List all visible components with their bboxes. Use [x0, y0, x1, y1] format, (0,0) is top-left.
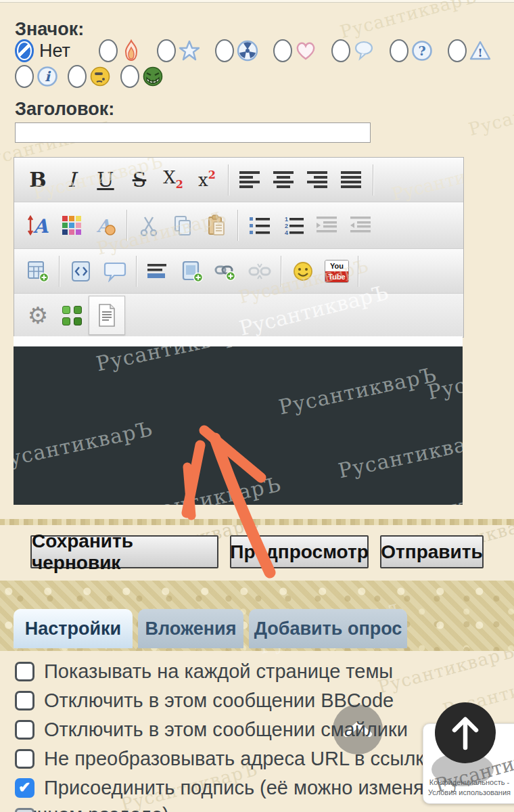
radio[interactable]: [15, 65, 34, 88]
radio[interactable]: [273, 39, 292, 62]
radio[interactable]: [331, 39, 350, 62]
editor-toolbar: РусантикварЪ РусантикварЪ РусантикварЪ Р…: [14, 157, 464, 338]
unordered-list-button[interactable]: [243, 207, 277, 244]
cut-button[interactable]: [132, 207, 166, 244]
font-color-button[interactable]: [55, 207, 89, 244]
superscript-button[interactable]: x2: [190, 162, 224, 198]
marquee-button[interactable]: [141, 253, 175, 290]
icon-option-fire[interactable]: [99, 39, 143, 63]
insert-quote-button[interactable]: [98, 253, 132, 290]
align-center-button[interactable]: [267, 162, 301, 198]
subscript-button[interactable]: X2: [156, 162, 190, 198]
toolbar-row-2: A A 124: [14, 202, 463, 249]
toolbar-separator: [136, 256, 137, 287]
tab-attachments[interactable]: Вложения: [138, 609, 243, 648]
youtube-top-label: You: [325, 261, 348, 271]
insert-table-button[interactable]: [21, 253, 55, 290]
ordered-list-button[interactable]: 124: [277, 207, 310, 244]
submit-button[interactable]: Отправить: [380, 535, 484, 568]
option-no-url-links[interactable]: Не преобразовывать адреса URL в ссылки: [15, 745, 483, 772]
icon-options-row-2: i: [15, 64, 165, 89]
icon-option-embarrassed-smiley[interactable]: [68, 64, 112, 89]
source-view-button[interactable]: [89, 296, 125, 335]
subject-input[interactable]: [15, 122, 371, 143]
preview-button[interactable]: Предпросмотр: [230, 535, 369, 568]
align-justify-button[interactable]: [335, 162, 369, 198]
checkbox[interactable]: [15, 662, 34, 681]
watermark: РусантикварЪ: [336, 426, 463, 483]
post-options-list: Показывать на каждой странице темы Отклю…: [15, 658, 483, 812]
checkbox[interactable]: [15, 691, 34, 710]
insert-smiley-button[interactable]: [286, 253, 320, 290]
scroll-to-top-button[interactable]: [435, 702, 496, 763]
option-attach-signature[interactable]: Присоединить подпись (её можно изменять …: [15, 774, 483, 812]
option-label: Отключить в этом сообщении смайлики: [44, 719, 408, 740]
post-editor-page: РусантикварЪ РусантикварЪ РусантикварЪ Р…: [0, 0, 514, 812]
insert-link-button[interactable]: [209, 253, 243, 290]
checkbox[interactable]: [15, 778, 34, 798]
icon-option-warning[interactable]: !: [448, 39, 492, 63]
radio[interactable]: [99, 39, 118, 62]
save-draft-button[interactable]: Сохранить черновик: [30, 535, 218, 568]
watermark: РусантикварЪ: [277, 363, 439, 420]
insert-youtube-button[interactable]: You Tube: [320, 253, 354, 290]
radio-selected[interactable]: [15, 39, 34, 62]
toolbar-separator: [126, 210, 128, 241]
icon-option-question[interactable]: ?: [390, 39, 434, 63]
insert-image-button[interactable]: [175, 253, 209, 290]
editor-gap: [14, 336, 463, 346]
radio[interactable]: [68, 65, 87, 88]
partial-checkbox: [15, 808, 34, 812]
icon-option-green-grin[interactable]: [120, 64, 165, 89]
unlink-button[interactable]: [243, 253, 277, 290]
bold-glyph: B: [29, 170, 46, 190]
indent-button[interactable]: [310, 207, 344, 244]
remove-format-button[interactable]: A: [89, 207, 122, 244]
align-right-button[interactable]: [301, 162, 335, 198]
paste-button[interactable]: [200, 207, 233, 244]
checkbox[interactable]: [15, 749, 34, 769]
icon-option-radiation[interactable]: [215, 39, 260, 63]
svg-text:4: 4: [285, 229, 288, 235]
toolbar-row-1: B I U S X2 x2: [14, 158, 463, 202]
align-left-button[interactable]: [233, 162, 267, 198]
font-size-button[interactable]: A: [21, 207, 55, 244]
settings-button[interactable]: ⚙: [21, 297, 55, 334]
bold-button[interactable]: B: [21, 162, 55, 198]
radio[interactable]: [120, 65, 139, 88]
strikethrough-button[interactable]: S: [122, 162, 156, 198]
maximize-button[interactable]: [55, 297, 89, 334]
watermark: РусантикварЪ: [338, 0, 479, 42]
icon-option-star[interactable]: [157, 39, 202, 63]
underline-button[interactable]: U: [89, 162, 122, 198]
tab-settings[interactable]: Настройки: [14, 609, 133, 648]
italic-glyph: I: [68, 170, 76, 190]
outdent-button[interactable]: [344, 207, 378, 244]
option-disable-smileys[interactable]: Отключить в этом сообщении смайлики: [15, 716, 483, 743]
option-show-every-page[interactable]: Показывать на каждой странице темы: [15, 658, 483, 685]
italic-button[interactable]: I: [55, 162, 89, 198]
watermark: РусантикварЪ: [121, 472, 283, 505]
privacy-badge-text[interactable]: Конфиденциальность - Условия использован…: [423, 777, 514, 798]
tab-add-poll[interactable]: Добавить опрос: [249, 609, 407, 648]
insert-code-button[interactable]: [64, 253, 98, 290]
gear-icon: ⚙: [28, 304, 48, 327]
toolbar-separator: [281, 256, 282, 287]
radio[interactable]: [157, 39, 176, 62]
radio[interactable]: [448, 39, 467, 62]
icon-option-thought-bubble[interactable]: [331, 39, 376, 63]
toolbar-row-3: You Tube: [14, 249, 463, 294]
icon-option-info[interactable]: i: [15, 64, 60, 89]
icon-option-none[interactable]: Нет: [15, 39, 85, 62]
top-divider: [0, 0, 514, 3]
underline-glyph: U: [97, 170, 114, 190]
icon-option-heart[interactable]: [273, 39, 318, 63]
toolbar-separator: [59, 256, 60, 287]
icon-none-label: Нет: [39, 41, 70, 62]
radio[interactable]: [390, 39, 408, 62]
option-disable-bbcode[interactable]: Отключить в этом сообщении BBCode: [15, 687, 483, 714]
radio[interactable]: [215, 39, 234, 62]
checkbox[interactable]: [15, 720, 34, 740]
message-editor-area[interactable]: РусантикварЪ РусантикварЪ РусантикварЪ Р…: [14, 346, 463, 505]
copy-button[interactable]: [166, 207, 200, 244]
